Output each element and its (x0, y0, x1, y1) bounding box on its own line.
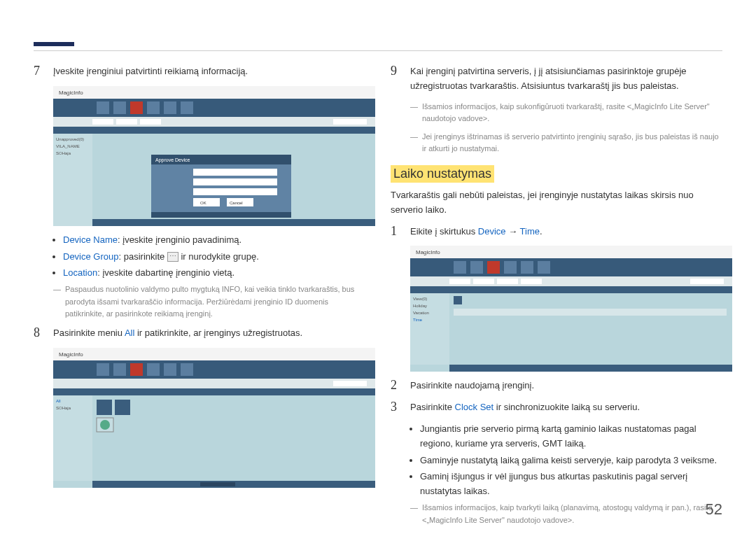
bullet-change-server: Gaminyje nustatytą laiką galima keisti s… (420, 454, 722, 468)
screenshot-approve-device: MagicInfo Unapproved(0) VILA_NAME SOHaja (53, 86, 365, 226)
svg-rect-1 (53, 86, 375, 99)
svg-rect-6 (147, 101, 160, 114)
step-3-note: ―Išsamios informacijos, kaip tvarkyti la… (410, 502, 722, 526)
svg-rect-13 (333, 119, 367, 125)
svg-rect-43 (53, 388, 375, 395)
svg-rect-23 (193, 178, 277, 185)
bullet-gmt: Jungiantis prie serverio pirmą kartą gam… (420, 422, 722, 451)
svg-rect-64 (473, 279, 494, 284)
page-number: 52 (706, 500, 722, 519)
svg-text:VILA_NAME: VILA_NAME (56, 144, 80, 148)
svg-rect-25 (193, 198, 220, 206)
svg-rect-38 (147, 363, 160, 376)
svg-rect-37 (130, 363, 143, 376)
step-1: 1 Eikite į skirtukus Device → Time. (391, 225, 722, 239)
svg-text:MagicInfo: MagicInfo (59, 351, 83, 358)
bullet-restore: Gaminį išjungus ir vėl įjungus bus atkur… (420, 470, 722, 499)
svg-rect-12 (140, 119, 161, 125)
step-number-3: 3 (391, 400, 402, 415)
svg-rect-29 (151, 212, 291, 218)
svg-rect-74 (454, 296, 462, 304)
header-accent (34, 42, 74, 46)
step-3-bullets: Jungiantis prie serverio pirmą kartą gam… (410, 422, 722, 499)
step-2: 2 Pasirinkite naudojamą įrenginį. (391, 379, 722, 393)
left-column: 7 Įveskite įrenginiui patvirtinti reikia… (34, 64, 365, 532)
svg-rect-59 (504, 261, 517, 274)
step-9: 9 Kai įrenginį patvirtina serveris, į jį… (391, 64, 722, 94)
svg-rect-7 (164, 101, 176, 114)
svg-rect-68 (410, 286, 732, 293)
svg-rect-51 (200, 482, 235, 486)
svg-rect-67 (690, 279, 724, 284)
svg-text:SOHaja: SOHaja (56, 406, 71, 410)
svg-rect-75 (454, 309, 727, 316)
step-7-text: Įveskite įrenginiui patvirtinti reikiamą… (53, 64, 365, 79)
svg-rect-66 (521, 279, 542, 284)
svg-rect-63 (449, 279, 470, 284)
svg-text:Time: Time (413, 318, 423, 322)
svg-text:Vacation: Vacation (413, 311, 429, 315)
svg-rect-42 (333, 381, 367, 386)
svg-rect-5 (130, 101, 143, 114)
step-7: 7 Įveskite įrenginiui patvirtinti reikia… (34, 64, 365, 79)
svg-rect-48 (115, 400, 130, 415)
step-7-bullets: Device Name: įveskite įrenginio pavadini… (53, 233, 365, 281)
svg-rect-14 (53, 127, 375, 134)
magicinfo-screenshot-2: MagicInfo All SOHaja (53, 348, 375, 488)
heading-time-setting: Laiko nustatymas (391, 165, 494, 183)
step-number-8: 8 (34, 326, 45, 341)
svg-rect-65 (497, 279, 518, 284)
svg-text:SOHaja: SOHaja (56, 151, 71, 155)
step-7-note: ―Paspaudus nuotolinio valdymo pulto mygt… (53, 283, 365, 321)
svg-text:Unapproved(0): Unapproved(0) (56, 137, 84, 141)
power-icon (100, 420, 110, 430)
step-3-text: Pasirinkite Clock Set ir sinchronizuokit… (410, 400, 722, 415)
step-number-7: 7 (34, 64, 45, 79)
svg-rect-36 (113, 363, 126, 376)
time-intro: Tvarkaraštis gali nebūti paleistas, jei … (391, 188, 722, 218)
step-number-2: 2 (391, 379, 402, 393)
svg-rect-24 (193, 188, 277, 195)
step-3: 3 Pasirinkite Clock Set ir sinchronizuok… (391, 400, 722, 415)
step-9-note-2: ―Jei įrenginys ištrinamas iš serverio pa… (410, 131, 722, 155)
app-title-label: MagicInfo (59, 90, 83, 96)
step-8-text: Pasirinkite meniu All ir patikrinkite, a… (53, 326, 365, 341)
svg-rect-11 (116, 119, 137, 125)
screenshot-time-tab: MagicInfo View(0) Holiday Vacation Time (410, 246, 722, 372)
step-number-1: 1 (391, 225, 402, 239)
svg-rect-61 (538, 261, 550, 274)
two-column-layout: 7 Įveskite įrenginiui patvirtinti reikia… (34, 64, 722, 532)
svg-rect-60 (521, 261, 533, 274)
svg-rect-35 (97, 363, 109, 376)
svg-text:All: All (56, 399, 61, 403)
screenshot-device-list: MagicInfo All SOHaja (53, 348, 365, 488)
svg-rect-47 (97, 400, 112, 415)
svg-rect-10 (92, 119, 113, 125)
svg-rect-8 (181, 101, 193, 114)
svg-text:MagicInfo: MagicInfo (416, 249, 440, 255)
svg-rect-57 (470, 261, 483, 274)
browse-icon (167, 252, 178, 262)
svg-rect-3 (97, 101, 109, 114)
svg-rect-30 (92, 219, 375, 226)
svg-text:Holiday: Holiday (413, 304, 427, 308)
step-number-9: 9 (391, 64, 402, 94)
svg-rect-41 (53, 379, 375, 388)
magicinfo-screenshot-1: MagicInfo Unapproved(0) VILA_NAME SOHaja (53, 86, 375, 226)
magicinfo-screenshot-3: MagicInfo View(0) Holiday Vacation Time (410, 246, 732, 372)
svg-rect-39 (164, 363, 176, 376)
bullet-device-name: Device Name: įveskite įrenginio pavadini… (63, 233, 365, 248)
svg-text:View(0): View(0) (413, 297, 427, 301)
svg-rect-22 (193, 169, 277, 176)
right-column: 9 Kai įrenginį patvirtina serveris, į jį… (391, 64, 722, 532)
bullet-device-group: Device Group: pasirinkite ir nurodykite … (63, 250, 365, 265)
svg-rect-58 (487, 261, 500, 274)
svg-rect-4 (113, 101, 126, 114)
svg-text:Approve Device: Approve Device (155, 157, 190, 163)
page: 7 Įveskite įrenginiui patvirtinti reikia… (0, 0, 756, 534)
bullet-location: Location: įveskite dabartinę įrenginio v… (63, 266, 365, 281)
svg-rect-56 (454, 261, 466, 274)
step-8: 8 Pasirinkite meniu All ir patikrinkite,… (34, 326, 365, 341)
step-9-text: Kai įrenginį patvirtina serveris, į jį a… (410, 64, 722, 94)
svg-text:Cancel: Cancel (230, 201, 243, 205)
